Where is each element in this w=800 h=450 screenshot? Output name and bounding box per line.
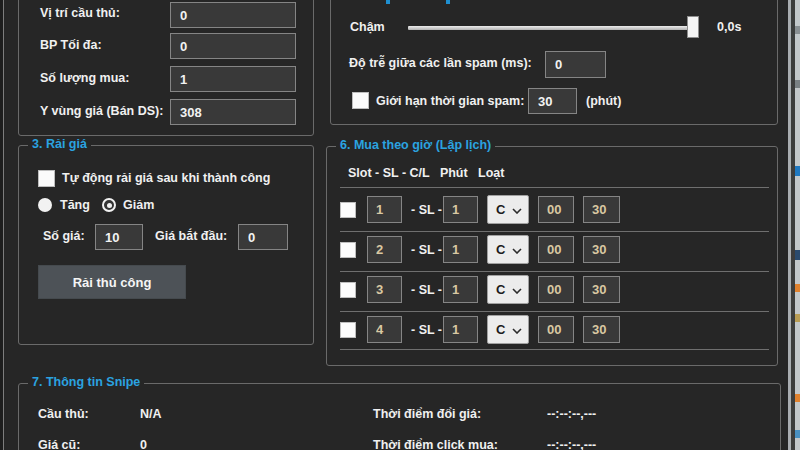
schedule-sl-input[interactable] [443,276,478,303]
clipped-panel-strip [795,0,800,450]
schedule-group: 6. Mua theo giờ (Lập lịch) Slot - SL - C… [326,146,778,366]
spam-time-limit-checkbox[interactable] [352,92,369,109]
start-price-input[interactable] [238,224,288,250]
clipped-content-fragment [795,284,800,292]
schedule-cl-dropdown[interactable]: C [487,195,529,224]
schedule-row-separator [340,231,769,232]
clipped-content-fragment [795,430,800,438]
price-zone-y-label: Y vùng giá (Bán DS): [40,104,163,119]
buy-quantity-input[interactable] [170,66,296,92]
schedule-row-checkbox[interactable] [340,282,356,298]
schedule-minute-input[interactable] [538,276,574,303]
sl-separator-label: - SL - [411,203,442,218]
decrease-radio[interactable] [102,198,116,212]
player-value: N/A [140,407,162,422]
sl-separator-label: - SL - [411,243,442,258]
schedule-series-input[interactable] [583,276,620,303]
speed-settings-group: Chậm 0,0s Độ trễ giữa các lần spam (ms):… [330,0,778,125]
manual-spread-button[interactable]: Rải thủ công [38,265,186,299]
player-label: Cầu thủ: [38,407,89,422]
schedule-minute-input[interactable] [538,316,574,343]
schedule-row-checkbox[interactable] [340,202,356,218]
schedule-cl-dropdown[interactable]: C [487,235,529,264]
schedule-sl-input[interactable] [443,236,478,263]
increase-radio[interactable] [38,198,52,212]
max-bp-input[interactable] [170,33,296,59]
price-count-label: Số giá: [43,229,85,244]
clipped-content-fragment [795,394,800,402]
schedule-row-checkbox[interactable] [340,242,356,258]
schedule-row-separator [340,271,769,272]
spam-delay-input[interactable] [545,51,606,78]
speed-slider-track[interactable] [408,26,698,30]
clipped-content-fragment [795,80,800,88]
snipe-info-group: 7. Thông tin Snipe Cầu thủ: N/A Thời điể… [18,383,781,450]
price-zone-y-input[interactable] [170,99,296,125]
snipe-tool-window: Vị trí cầu thủ: BP Tối đa: Số lượng mua:… [0,0,800,450]
spam-time-limit-input[interactable] [528,88,577,114]
spam-delay-label: Độ trễ giữa các lần spam (ms): [349,56,532,71]
spam-time-limit-unit: (phút) [586,94,621,109]
schedule-series-input[interactable] [583,196,620,223]
schedule-slot-input[interactable] [367,276,402,303]
schedule-slot-input[interactable] [367,316,402,343]
sl-separator-label: - SL - [411,283,442,298]
old-price-value: 0 [140,438,147,450]
price-change-time-value: --:--:--,--- [547,407,596,422]
auto-spread-checkbox[interactable] [38,170,55,187]
decrease-radio-label[interactable]: Giảm [123,198,154,213]
schedule-minute-input[interactable] [538,196,574,223]
auto-spread-label: Tự động rải giá sau khi thành công [62,171,270,186]
schedule-header-separator [340,187,769,188]
schedule-cl-dropdown[interactable]: C [487,275,529,304]
clipped-content-fragment [795,166,800,176]
schedule-row-checkbox[interactable] [340,322,356,338]
click-buy-time-value: --:--:--,--- [547,438,596,450]
schedule-minute-input[interactable] [538,236,574,263]
schedule-slot-input[interactable] [367,196,402,223]
player-position-input[interactable] [170,2,296,28]
old-price-label: Giá cũ: [38,438,80,450]
schedule-columns-header: Slot - SL - C/L Phút Loạt [348,166,504,181]
sl-separator-label: - SL - [411,323,442,338]
window-left-border [3,0,4,450]
schedule-group-title: 6. Mua theo giờ (Lập lịch) [336,138,495,152]
price-change-time-label: Thời điểm đổi giá: [373,407,481,422]
player-position-label: Vị trí cầu thủ: [40,6,120,21]
click-buy-time-label: Thời điểm click mua: [373,438,498,450]
clipped-content-fragment [795,26,800,34]
max-bp-label: BP Tối đa: [40,38,102,53]
price-count-input[interactable] [95,224,143,250]
clipped-content-fragment [795,250,800,260]
increase-radio-label[interactable]: Tăng [60,198,90,213]
schedule-row-separator [340,311,769,312]
price-spread-group: 3. Rải giá Tự động rải giá sau khi thành… [18,145,314,345]
buy-settings-group: Vị trí cầu thủ: BP Tối đa: Số lượng mua:… [18,0,314,136]
start-price-label: Giá bắt đầu: [155,229,227,244]
schedule-cl-dropdown[interactable]: C [487,315,529,344]
price-spread-group-title: 3. Rải giá [28,137,91,151]
schedule-sl-input[interactable] [443,196,478,223]
schedule-series-input[interactable] [583,236,620,263]
snipe-info-group-title: 7. Thông tin Snipe [28,375,144,389]
speed-slider-thumb[interactable] [687,16,699,38]
slider-slow-label: Chậm [350,20,385,35]
spam-time-limit-label: Giới hạn thời gian spam: [376,94,524,109]
buy-quantity-label: Số lượng mua: [40,71,129,86]
slider-value-label: 0,0s [717,20,741,35]
schedule-series-input[interactable] [583,316,620,343]
clipped-content-fragment [795,314,800,322]
schedule-slot-input[interactable] [367,236,402,263]
schedule-row-separator [340,349,769,350]
schedule-sl-input[interactable] [443,316,478,343]
